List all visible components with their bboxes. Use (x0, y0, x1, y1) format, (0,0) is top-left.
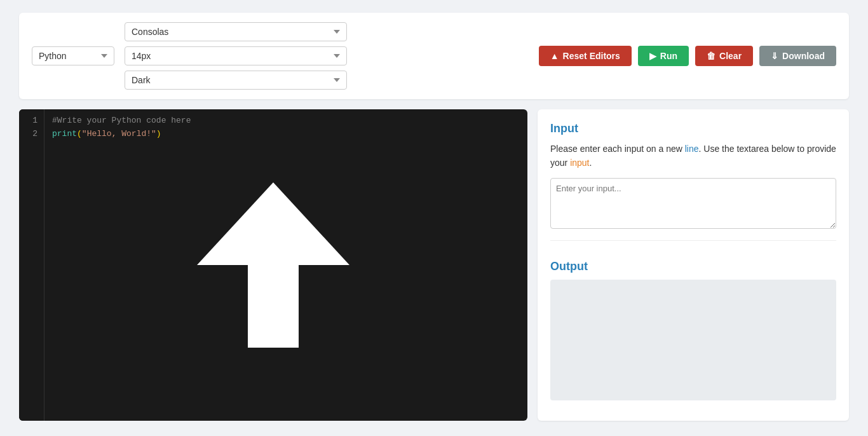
reset-editors-button[interactable]: ▲ Reset Editors (539, 46, 632, 66)
theme-select[interactable]: Dark Light Monokai Solarized (125, 71, 347, 90)
language-select[interactable]: Python JavaScript C++ Java C# (32, 46, 114, 65)
arrow-head (197, 182, 349, 265)
input-title: Input (550, 122, 836, 135)
right-panel: Input Please enter each input on a new l… (538, 109, 849, 421)
download-icon: ⇓ (771, 51, 778, 61)
upload-arrow-shape (197, 182, 349, 348)
code-line-2: print("Hello, World!") (52, 128, 520, 141)
toolbar: Python JavaScript C++ Java C# Consolas C… (19, 13, 849, 99)
line-numbers: 1 2 (19, 109, 44, 421)
code-open-paren: ( (77, 129, 82, 139)
font-select[interactable]: Consolas Courier New Monaco Fira Code (125, 22, 347, 41)
main-container: Python JavaScript C++ Java C# Consolas C… (0, 0, 868, 436)
input-section: Input Please enter each input on a new l… (550, 122, 836, 231)
toolbar-center: Consolas Courier New Monaco Fira Code 12… (125, 22, 347, 90)
trash-icon: 🗑 (707, 51, 715, 61)
toolbar-right: ▲ Reset Editors ▶ Run 🗑 Clear ⇓ Download (539, 46, 836, 66)
code-string-value: "Hello, World!" (82, 129, 156, 139)
output-section: Output (550, 260, 836, 400)
input-highlight: input (570, 158, 589, 168)
toolbar-left: Python JavaScript C++ Java C# (32, 46, 114, 65)
output-area (550, 280, 836, 400)
code-print-keyword: print (52, 129, 77, 139)
divider (550, 240, 836, 241)
clear-button[interactable]: 🗑 Clear (695, 46, 753, 66)
reset-icon: ▲ (550, 51, 559, 61)
code-line-1: #Write your Python code here (52, 114, 520, 128)
run-button[interactable]: ▶ Run (638, 46, 689, 66)
download-button[interactable]: ⇓ Download (759, 46, 836, 66)
content-area: 1 2 #Write your Python code here print("… (19, 109, 849, 421)
upload-icon-area (197, 182, 349, 348)
arrow-body (248, 265, 299, 348)
code-close-paren: ) (156, 129, 161, 139)
output-title: Output (550, 260, 836, 273)
play-icon: ▶ (649, 51, 656, 61)
font-size-select[interactable]: 12px 13px 14px 16px 18px (125, 46, 347, 65)
line-highlight: line (685, 144, 699, 154)
input-textarea[interactable] (550, 178, 836, 229)
editor-panel: 1 2 #Write your Python code here print("… (19, 109, 527, 421)
code-comment: #Write your Python code here (52, 116, 191, 125)
input-description: Please enter each input on a new line. U… (550, 142, 836, 170)
